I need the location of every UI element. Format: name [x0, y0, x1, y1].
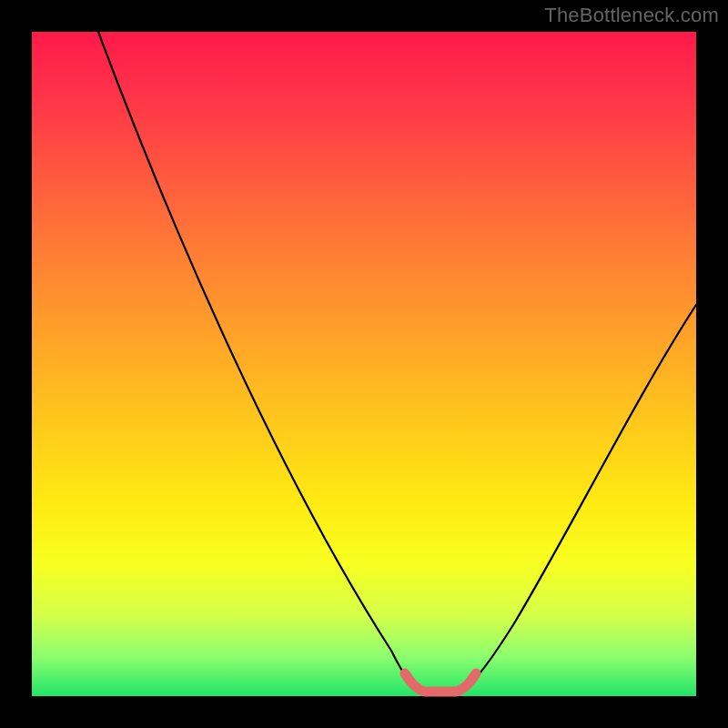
curve-left-branch [98, 32, 414, 687]
plot-background-gradient [32, 32, 696, 696]
curve-valley-accent [405, 673, 476, 692]
watermark-text: TheBottleneck.com [544, 4, 719, 27]
chart-frame: TheBottleneck.com [0, 0, 728, 728]
bottleneck-curve [32, 32, 696, 696]
curve-right-branch [467, 305, 696, 687]
